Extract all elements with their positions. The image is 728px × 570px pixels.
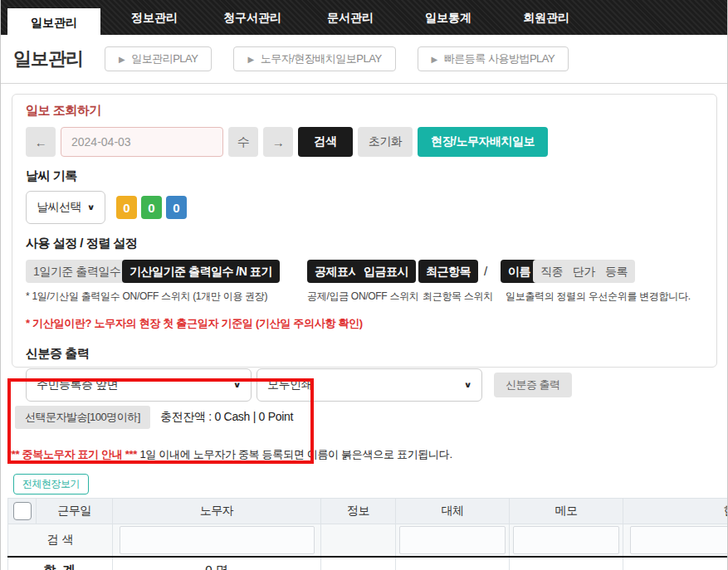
tab-ilbo-management[interactable]: 일보관리 [7,8,100,40]
col-header-workday: 근무일 [37,499,113,524]
worker-table: 근무일 노무자 정보 대체 메모 현장 검 색 합 [7,498,728,570]
total-substitute-cell [396,557,510,570]
help-switch-note: * 1일/기산일 출력일수 ON/OFF 스위치 (1개만 이용 권장) [26,290,267,304]
search-button[interactable]: 검색 [298,127,353,157]
id-print-section-title: 신분증 출력 [26,346,703,362]
day-of-week-button[interactable]: 수 [228,127,258,157]
site-worker-deploy-button[interactable]: 현장/노무자배치일보 [418,127,548,157]
total-site-cell [623,557,728,570]
help-recent-note: 최근항목 스위치 [423,290,493,304]
settings-panel: 일보 조회하기 ← 수 → 검색 초기화 현장/노무자배치일보 날씨 기록 날씨… [12,94,717,368]
page-header: 일보관리 ▶ 일보관리PLAY ▶ 노무자/현장배치일보PLAY ▶ 빠른등록 … [1,35,727,84]
play-button-label: 빠른등록 사용방법PLAY [444,51,555,66]
col-header-info: 정보 [321,499,396,524]
sms-row: 선택문자발송[100명이하] 충전잔액 : 0 Cash | 0 Point [15,406,727,429]
tab-info-management[interactable]: 정보관리 [105,0,203,35]
weather-row: 날씨선택 ∨ 0 0 0 [26,191,703,224]
usage-sort-section-title: 사용 설정 / 정렬 설정 [26,236,703,251]
id-print-button[interactable]: 신분증 출력 [494,373,572,397]
option-toggle-row: 1일기준 출력일수 기산일기준 출력일수 /N 표기 공제표시 입금표시 최근항… [26,260,703,283]
play-button-label: 노무자/현장배치일보PLAY [261,51,382,66]
col-header-worker: 노무자 [113,499,321,524]
toggle-day1-output[interactable]: 1일기준 출력일수 [26,260,128,283]
id-side-select-value: 주민등록증 앞면 [37,378,118,392]
total-info-cell [321,557,396,570]
duplicate-worker-notice: *** 중복노무자 표기 안내 *** 1일 이내에 노무자가 중복 등록되면 … [7,447,727,462]
tab-document-management[interactable]: 문서관리 [301,0,399,35]
id-range-select[interactable]: 모두인쇄 ∨ [257,368,482,402]
sort-by-registration[interactable]: 등록 [598,260,635,283]
col-header-memo: 메모 [510,499,623,524]
view-all-sites-button[interactable]: 전체현장보기 [13,474,89,494]
toggle-deposit-display[interactable]: 입금표시 [356,260,416,283]
total-row-label: 합 계 [8,557,113,570]
weather-count-rain-badge: 0 [166,196,187,219]
tab-ilbo-statistics[interactable]: 일보통계 [399,0,497,35]
play-icon: ▶ [432,55,437,64]
worker-site-play-button[interactable]: ▶ 노무자/현장배치일보PLAY [233,46,395,71]
select-all-checkbox[interactable] [13,502,32,520]
prev-day-button[interactable]: ← [26,127,56,157]
page-title: 일보관리 [13,46,83,71]
help-sort-note: 일보출력의 정렬의 우선순위를 변경합니다. [506,290,691,304]
worker-table-wrap: 근무일 노무자 정보 대체 메모 현장 검 색 합 [7,498,728,570]
id-side-select[interactable]: 주민등록증 앞면 ∨ [26,368,252,402]
page: 일보관리 정보관리 청구서관리 문서관리 일보통계 회원관리 일보관리 ▶ 일보… [0,0,728,570]
play-icon: ▶ [119,55,125,64]
total-worker-count: 0 명 [113,557,321,570]
col-header-substitute: 대체 [396,499,510,524]
reset-button[interactable]: 초기화 [358,127,413,157]
sort-separator: / [484,260,487,283]
site-search-input[interactable] [630,526,728,554]
weather-select-value: 날씨선택 [37,200,81,215]
duplicate-notice-title: *** 중복노무자 표기 안내 *** [7,448,137,460]
option-help-row: * 1일/기산일 출력일수 ON/OFF 스위치 (1개만 이용 권장) 공제/… [26,290,703,303]
search-section-title: 일보 조회하기 [26,103,703,119]
weather-section-title: 날씨 기록 [26,168,703,184]
toggle-basis-output[interactable]: 기산일기준 출력일수 /N 표기 [122,260,280,283]
weather-select[interactable]: 날씨선택 ∨ [26,191,105,224]
sms-balance: 충전잔액 : 0 Cash | 0 Point [160,410,293,425]
play-icon: ▶ [247,55,253,64]
id-range-select-value: 모두인쇄 [267,378,312,392]
table-search-row: 검 색 [8,524,728,557]
date-control-row: ← 수 → 검색 초기화 현장/노무자배치일보 [26,127,703,157]
duplicate-notice-body: 1일 이내에 노무자가 중복 등록되면 이름이 붉은색으로 표기됩니다. [139,448,452,460]
search-row-label: 검 색 [8,524,113,557]
play-button-label: 일보관리PLAY [131,51,198,66]
info-search-cell [321,524,396,557]
chevron-down-icon: ∨ [233,380,241,389]
chevron-down-icon: ∨ [87,202,95,212]
sms-send-button[interactable]: 선택문자발송[100명이하] [15,406,150,429]
main-tab-bar: 일보관리 정보관리 청구서관리 문서관리 일보통계 회원관리 [1,0,727,35]
quick-register-play-button[interactable]: ▶ 빠른등록 사용방법PLAY [418,46,569,71]
tab-member-management[interactable]: 회원관리 [497,0,595,35]
chevron-down-icon: ∨ [464,380,471,389]
worker-search-input[interactable] [120,526,315,554]
table-total-row: 합 계 0 명 [8,557,728,570]
basis-date-warning: * 기산일이란? 노무자의 현장 첫 출근일자 기준일 (기산일 주의사항 확인… [26,316,703,331]
memo-search-input[interactable] [513,526,619,554]
select-all-cell [8,499,37,524]
table-header-row: 근무일 노무자 정보 대체 메모 현장 [8,499,728,524]
ilbo-play-button[interactable]: ▶ 일보관리PLAY [105,46,212,71]
next-day-button[interactable]: → [263,127,293,157]
weather-count-sunny-badge: 0 [116,196,137,219]
id-print-row: 주민등록증 앞면 ∨ 모두인쇄 ∨ 신분증 출력 [26,368,703,402]
date-input[interactable] [61,127,223,157]
toggle-recent-items[interactable]: 최근항목 [418,260,478,283]
help-deduct-note: 공제/입금 ON/OFF 스위치 [307,290,419,304]
col-header-site: 현장 [623,499,728,524]
tab-invoice-management[interactable]: 청구서관리 [203,0,301,35]
weather-count-cloudy-badge: 0 [141,196,162,219]
substitute-search-input[interactable] [399,526,506,554]
all-site-row: 전체현장보기 [13,474,727,494]
total-memo-cell [510,557,623,570]
